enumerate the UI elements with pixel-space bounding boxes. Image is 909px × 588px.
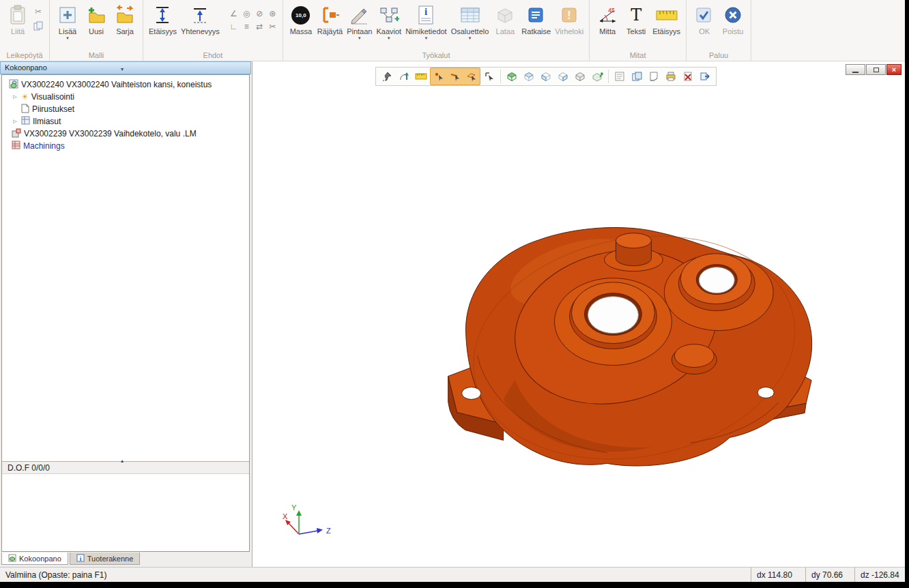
mass-button[interactable]: 10,0 Massa [287, 1, 315, 35]
snap-mode-group [430, 68, 480, 85]
minimize-button[interactable] [846, 64, 865, 75]
3d-model-gearbox-cover[interactable] [252, 61, 905, 566]
tree-item-part[interactable]: VX3002239 VX3002239 Vaihdekotelo, valu .… [2, 128, 249, 140]
text-button[interactable]: T Teksti [622, 1, 650, 35]
expander-icon[interactable]: ▷ [12, 119, 18, 124]
new-label: Uusi [89, 27, 104, 35]
swap-constraint-icon[interactable]: ⇄ [253, 20, 266, 33]
splitter-handle-icon[interactable]: ▾ [121, 63, 124, 75]
axis-y-label: Y [291, 503, 297, 512]
add-label: Lisää [59, 27, 76, 35]
solid-select-icon[interactable] [572, 68, 588, 85]
solid-normal-icon[interactable] [589, 68, 605, 85]
distance-dim-button[interactable]: Etäisyys [650, 1, 682, 35]
chevron-down-icon: ▼ [66, 36, 70, 40]
plane-select-3-icon[interactable] [555, 68, 571, 85]
paste-button[interactable]: Liitä [3, 1, 32, 35]
maximize-button[interactable] [866, 64, 886, 75]
snap-point-icon[interactable] [431, 68, 447, 85]
status-bar: Valmiina (Opaste: paina F1) dx 114.80 dy… [0, 567, 905, 582]
measure-button[interactable]: 45 Mitta [593, 1, 622, 35]
copy-sheets-icon[interactable] [629, 68, 645, 85]
parts-list-button[interactable]: Osaluettelo ▼ [449, 1, 491, 40]
page-preview-icon[interactable] [646, 68, 662, 85]
distance-constraint-label: Etäisyys [149, 27, 177, 35]
perpendicular-constraint-icon[interactable]: ∟ [227, 20, 240, 33]
text-icon: T [631, 6, 641, 24]
error-log-button[interactable]: ! Virheloki [553, 1, 586, 35]
diagrams-button[interactable]: Kaaviot ▼ [374, 1, 403, 40]
svg-text:45: 45 [608, 7, 615, 14]
concentric-constraint-icon[interactable]: ◎ [240, 7, 253, 20]
plane-select-1-icon[interactable] [521, 68, 537, 85]
plane-select-2-icon[interactable] [538, 68, 554, 85]
coincidence-button[interactable]: Yhtenevyys [179, 1, 222, 35]
ok-check-icon [695, 3, 714, 27]
add-icon [57, 3, 78, 27]
parallel-constraint-icon[interactable]: ≡ [240, 20, 253, 33]
face-select-icon[interactable] [504, 68, 520, 85]
tab-product-structure[interactable]: i Tuoterakenne [70, 553, 140, 565]
group-label-clipboard: Leikepöytä [3, 50, 46, 61]
svg-text:!: ! [567, 10, 571, 21]
error-log-label: Virheloki [555, 27, 583, 35]
snap-edge-icon[interactable] [447, 68, 463, 85]
delete-view-icon[interactable] [680, 68, 696, 85]
add-button[interactable]: Lisää ▼ [53, 1, 82, 40]
angle-constraint-icon[interactable]: ∠ [227, 7, 240, 20]
chevron-down-icon: ▼ [387, 36, 391, 40]
assembly-root-icon [9, 79, 18, 91]
tree-item-drawings[interactable]: Piirustukset [2, 103, 249, 115]
ribbon-group-model: Lisää ▼ Uusi Sarja Malli [50, 0, 143, 61]
panel-lower-area [2, 474, 249, 551]
snap-face-icon[interactable] [463, 68, 480, 85]
panel-tab-bar: Kokoonpano i Tuoterakenne [1, 552, 250, 567]
exit-button[interactable]: Poistu [719, 1, 747, 35]
close-button[interactable]: × [886, 64, 901, 75]
item-info-button[interactable]: i Nimiketiedot ▼ [403, 1, 449, 40]
trim-constraint-icon[interactable]: ✂ [266, 20, 279, 33]
diagrams-label: Kaaviot [376, 27, 401, 35]
sheet-list-icon[interactable] [611, 68, 628, 85]
tree-item-label: VX3002240 VX3002240 Vaihteiston kansi, k… [21, 80, 212, 89]
parts-list-icon [460, 3, 480, 27]
group-label-back: Paluu [690, 50, 747, 61]
pin-icon[interactable] [379, 68, 395, 85]
tab-assembly[interactable]: Kokoonpano [1, 553, 68, 565]
export-view-icon[interactable] [697, 68, 713, 85]
explode-button[interactable]: Räjäytä [315, 1, 345, 35]
rotate-view-icon[interactable] [396, 68, 412, 85]
ok-button[interactable]: OK [690, 1, 719, 35]
info-tab-icon: i [76, 554, 85, 563]
pencil-surface-icon [349, 3, 370, 27]
cut-button[interactable]: ✂ [32, 5, 44, 18]
distance-constraint-button[interactable]: Etäisyys [147, 1, 179, 35]
chevron-down-icon: ▼ [424, 36, 428, 40]
tree-item-appearances[interactable]: ▷ Ilmiasut [2, 115, 249, 128]
load-button[interactable]: Lataa [491, 1, 519, 35]
symmetry-constraint-icon[interactable]: ⊛ [266, 7, 279, 20]
explode-icon [319, 3, 340, 27]
tree-item-root[interactable]: VX3002240 VX3002240 Vaihteiston kansi, k… [2, 78, 249, 91]
expander-icon[interactable]: ▷ [12, 94, 18, 100]
model-viewport[interactable]: × [252, 61, 905, 567]
diagram-icon [379, 3, 399, 27]
to-surface-button[interactable]: Pintaan ▼ [345, 1, 374, 40]
load-label: Lataa [496, 27, 515, 35]
series-button[interactable]: Sarja [111, 1, 139, 35]
new-folder-icon [86, 3, 106, 27]
ruler-icon[interactable] [413, 68, 429, 85]
ribbon-group-dimensions: 45 Mitta T Teksti Etäisyys Mitat [590, 0, 687, 61]
tangent-constraint-icon[interactable]: ⊘ [253, 7, 266, 20]
cad-application-window: Liitä ✂ Leikepöytä Lisää ▼ [0, 0, 905, 582]
axis-x-label: X [283, 512, 288, 520]
tree-item-visualization[interactable]: ▷ ☀ Visualisointi [2, 91, 249, 103]
pick-part-icon[interactable] [481, 68, 497, 85]
tree-item-machinings[interactable]: Machinings [2, 140, 249, 152]
solve-button[interactable]: Ratkaise [519, 1, 553, 35]
print-icon[interactable] [663, 68, 679, 85]
new-button[interactable]: Uusi [82, 1, 111, 35]
panel-title[interactable]: Kokoonpano ▾ [0, 61, 251, 74]
splitter-handle-icon[interactable]: ▴ [121, 455, 124, 467]
copy-button[interactable] [32, 20, 44, 33]
